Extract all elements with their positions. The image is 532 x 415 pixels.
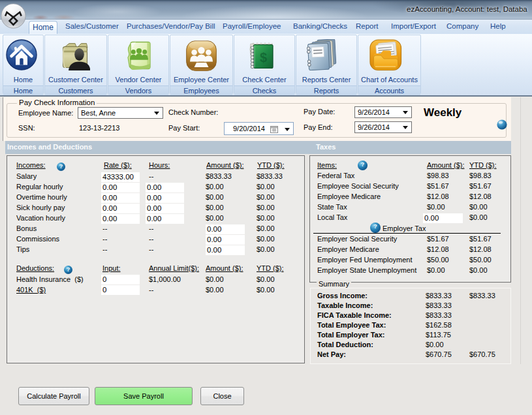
svg-text:$: $ [260, 50, 267, 65]
